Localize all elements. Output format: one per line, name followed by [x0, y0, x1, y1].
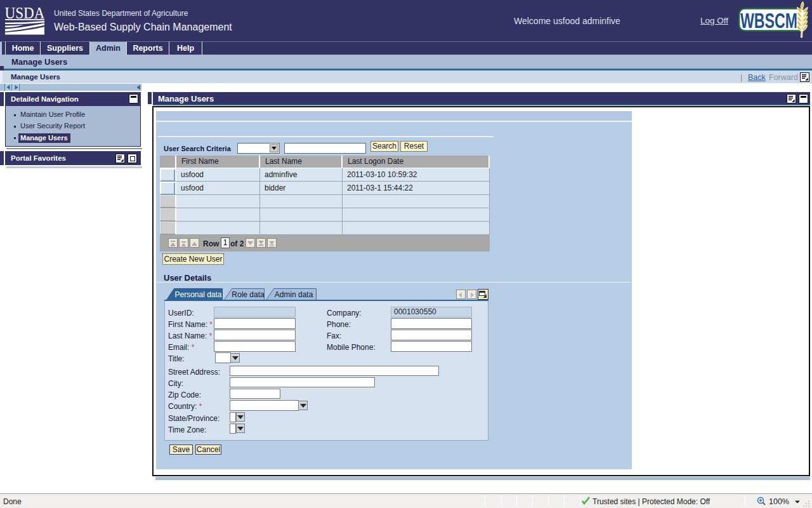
- svg-text:WBSCM: WBSCM: [740, 9, 797, 32]
- svg-text:USDA: USDA: [5, 6, 44, 22]
